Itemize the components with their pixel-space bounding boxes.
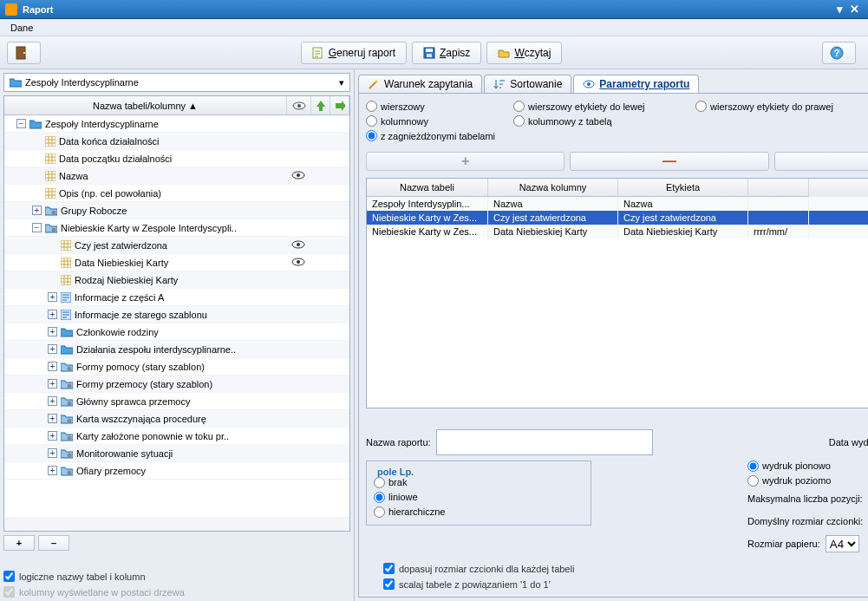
tree-header-label[interactable]: Nazwa tabeli/kolumny [93,101,186,111]
toggle-icon[interactable]: + [48,344,57,354]
radio-column-wise[interactable]: kolumnowy [366,115,513,127]
grid-h1[interactable]: Nazwa tabeli [367,179,488,197]
check-columns-tree-label: kolumny wyświetlane w postaci drzewa [19,587,185,598]
grid-row[interactable]: Niebieskie Karty w Zes...Czy jest zatwie… [367,211,868,225]
check-logical-names[interactable]: logiczne nazwy tabel i kolumn [3,571,350,582]
tree-row[interactable]: Nazwa [4,167,349,185]
tree[interactable]: −Zespoły InterdyscyplinarneData końca dz… [4,115,349,517]
radio-row-wise[interactable]: wierszowy [366,101,513,112]
toggle-icon[interactable]: − [32,223,42,232]
tree-hscroll[interactable] [4,517,349,531]
tree-row[interactable]: Rodzaj Niebieskiej Karty [4,271,349,289]
folder-gear-icon [45,223,57,233]
sort-up-header[interactable] [311,96,330,114]
lp-radio-liniowe[interactable]: liniowe [374,492,584,503]
eye-cell[interactable] [285,240,311,251]
sort-down-header[interactable] [330,96,349,114]
check-fit-font-box[interactable] [383,563,395,574]
help-button[interactable]: ? [822,42,856,64]
toggle-icon[interactable]: + [48,292,57,302]
tree-row[interactable]: +Ofiary przemocy [4,462,349,480]
remove-all-button[interactable]: ═ [774,152,868,171]
tree-row[interactable]: +Informacje z części A [4,289,349,306]
grid-row[interactable]: Zespoły Interdysyplin...NazwaNazwa [367,197,868,211]
close-button[interactable]: ✕ [846,3,863,16]
check-logical-names-box[interactable] [3,571,15,582]
eye-cell[interactable] [285,171,311,181]
tree-item-label: Monitorowanie sytuacji [76,448,173,459]
toggle-icon[interactable]: + [48,327,57,336]
tree-row[interactable]: Data Niebieskiej Karty [4,254,349,271]
toggle-icon[interactable]: + [48,431,57,441]
eye-cell[interactable] [285,258,311,268]
tree-row[interactable]: +Członkowie rodziny [4,323,349,341]
exit-button[interactable] [7,42,41,64]
check-merge-1to1-box[interactable] [383,578,395,590]
expand-button[interactable]: + [3,535,35,551]
tree-row[interactable]: +Formy pomocy (stary szablon) [4,358,349,376]
toggle-icon[interactable]: + [48,379,57,389]
tree-row[interactable]: +Karty założone ponownie w toku pr.. [4,428,349,445]
chevron-down-icon: ▾ [339,77,344,88]
toggle-icon[interactable]: + [48,362,57,371]
tree-row[interactable]: +Formy przemocy (stary szablon) [4,376,349,393]
toggle-icon[interactable]: + [48,396,57,406]
tree-row[interactable]: Data końca działalności [4,133,349,150]
menu-dane[interactable]: Dane [5,23,38,33]
tree-row[interactable]: −Zespoły Interdyscyplinarne [4,115,349,133]
print-horizontal[interactable]: wydruk poziomo [747,475,868,487]
tree-row[interactable]: +Główny sprawca przemocy [4,393,349,410]
tree-row[interactable]: +Działania zespołu interdyscyplinarne.. [4,341,349,358]
svg-rect-4 [426,49,433,52]
generate-button[interactable]: GGeneruj raporteneruj raport [301,42,407,64]
toggle-icon[interactable]: + [48,448,57,458]
lp-radio-brak[interactable]: brak [374,477,584,488]
tree-row[interactable]: Opis (np. cel powołania) [4,185,349,202]
add-column-button[interactable]: + [366,152,565,171]
grid-row[interactable]: Niebieskie Karty w Zes...Data Niebieskie… [367,225,868,238]
collapse-button[interactable]: – [38,535,69,551]
minimize-button[interactable]: ▾ [833,3,846,16]
radio-nested-tables[interactable]: z zagnieżdżonymi tabelami [366,130,495,141]
grid-h3[interactable]: Etykieta [618,179,748,197]
tree-item-label: Niebieskie Karty w Zespole Interdyscypli… [61,223,237,233]
paper-size-select[interactable]: A4 [826,535,859,552]
toggle-icon[interactable]: − [16,119,26,128]
grid-h2[interactable]: Nazwa kolumny [488,179,618,197]
check-fit-font[interactable]: dopasuj rozmiar czcionki dla każdej tabe… [383,563,868,574]
toggle-icon[interactable]: + [32,206,42,215]
print-vertical[interactable]: wydruk pionowo [747,461,868,472]
tab-strip: Warunek zapytania Sortowanie Parametry r… [358,73,868,94]
eye-column-header[interactable] [287,96,311,114]
report-icon [312,47,324,59]
remove-column-button[interactable]: — [570,152,768,171]
grid-h4[interactable] [748,179,809,197]
save-button[interactable]: ZapiszZapisz [412,42,481,64]
toggle-icon[interactable]: + [48,414,57,423]
tree-row[interactable]: +Karta wszczynająca procedurę [4,410,349,428]
toggle-icon[interactable]: + [48,310,57,319]
grid-hscroll[interactable] [366,408,868,422]
tree-row[interactable]: Czy jest zatwierdzona [4,237,349,254]
tree-row[interactable]: −Niebieskie Karty w Zespole Interdyscypl… [4,219,349,237]
tree-row[interactable]: Data początku działalności [4,150,349,167]
report-name-input[interactable] [436,429,653,455]
tab-sort[interactable]: Sortowanie [484,75,571,93]
tab-params[interactable]: Parametry raportu [573,75,699,93]
open-icon [498,47,510,59]
load-button[interactable]: WczytajWczytaj [486,42,562,64]
check-merge-1to1[interactable]: scalaj tabele z powiązaniem '1 do 1' [383,578,868,590]
toggle-icon[interactable]: + [48,466,57,475]
tree-row[interactable]: +Monitorowanie sytuacji [4,445,349,462]
tab-condition[interactable]: Warunek zapytania [358,75,482,93]
tree-row[interactable]: +Grupy Robocze [4,202,349,219]
radio-row-labels-right[interactable]: wierszowy etykiety do prawej [695,101,833,112]
tree-row[interactable]: +Informacje ze starego szablonu [4,306,349,323]
radio-column-with-table[interactable]: kolumnowy z tabelą [513,115,612,127]
tree-item-label: Karta wszczynająca procedurę [76,414,206,424]
table-combo[interactable]: Zespoły Interdyscyplinarne ▾ [3,73,350,92]
tree-item-label: Data końca działalności [59,136,160,147]
print-date-label: Data wydruku: [829,437,868,447]
radio-row-labels-left[interactable]: wierszowy etykiety do lewej [513,101,695,112]
lp-radio-hier[interactable]: hierarchiczne [374,506,584,518]
